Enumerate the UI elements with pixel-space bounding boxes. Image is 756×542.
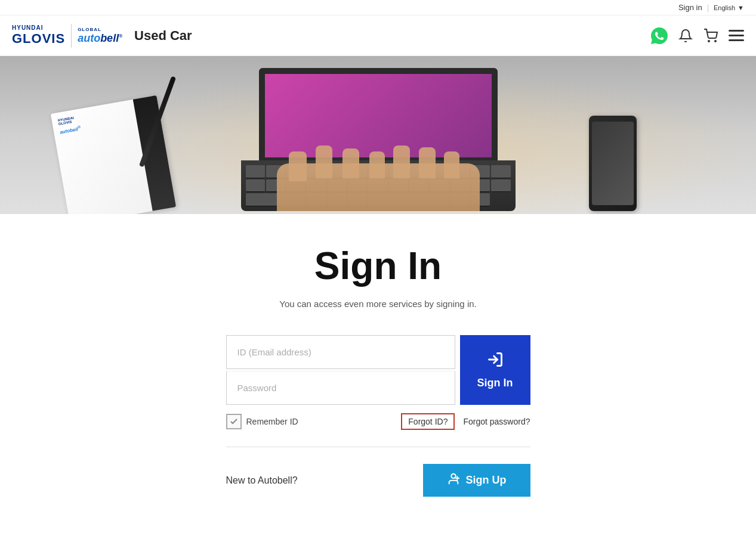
- logo-autobell-text: autobell®: [78, 32, 122, 45]
- new-to-label: New to Autobell?: [226, 475, 298, 486]
- logo-global-text: Global: [78, 27, 101, 32]
- logo-hyundai-text: HYUNDAI: [12, 25, 44, 31]
- hero-banner: HYUNDAIGLOVIS autobell®: [0, 56, 756, 214]
- signin-title: Sign In: [314, 244, 442, 288]
- language-arrow-icon: ▼: [738, 4, 744, 11]
- signin-subtitle: You can access even more services by sig…: [279, 299, 476, 309]
- logo[interactable]: HYUNDAI GLOVIS Global autobell®: [12, 24, 122, 48]
- main-nav: HYUNDAI GLOVIS Global autobell® Used Car: [0, 16, 756, 56]
- nav-right: [651, 27, 744, 44]
- id-input[interactable]: [226, 335, 455, 369]
- logo-reg: ®: [119, 33, 122, 39]
- language-label: English: [714, 4, 735, 11]
- signup-button-label: Sign Up: [466, 474, 507, 487]
- signup-icon: [447, 472, 460, 488]
- hamburger-line-1: [729, 30, 744, 32]
- logo-autobell: Global autobell®: [78, 27, 122, 45]
- forgot-id-link[interactable]: Forgot ID?: [401, 413, 455, 430]
- hamburger-line-3: [729, 39, 744, 41]
- form-inputs: [226, 335, 455, 405]
- form-divider: [226, 447, 530, 447]
- language-selector[interactable]: English ▼: [714, 4, 744, 11]
- hamburger-line-2: [729, 35, 744, 36]
- forgot-password-link[interactable]: Forgot password?: [463, 417, 530, 426]
- cart-icon[interactable]: [703, 29, 718, 43]
- signin-section: Sign In You can access even more service…: [0, 214, 756, 532]
- svg-point-1: [715, 41, 716, 42]
- forgot-row: Forgot ID? Forgot password?: [401, 413, 530, 430]
- signin-form-wrapper: Sign In: [226, 335, 530, 405]
- hamburger-menu[interactable]: [729, 30, 744, 41]
- bell-icon[interactable]: [678, 29, 693, 43]
- svg-point-3: [451, 474, 455, 478]
- signin-arrow-icon: [487, 351, 504, 372]
- signin-button-label: Sign In: [477, 377, 513, 389]
- password-input[interactable]: [226, 371, 455, 405]
- signup-button[interactable]: Sign Up: [423, 464, 530, 497]
- signup-row: New to Autobell? Sign Up: [226, 464, 530, 497]
- hero-laptop-visual: [229, 68, 527, 211]
- top-bar: Sign in | English ▼: [0, 0, 756, 16]
- signin-link[interactable]: Sign in: [678, 3, 702, 12]
- logo-divider: [71, 24, 72, 48]
- logo-glovis-text: GLOVIS: [12, 31, 65, 47]
- svg-point-0: [708, 41, 709, 42]
- nav-left: HYUNDAI GLOVIS Global autobell® Used Car: [12, 24, 192, 48]
- options-row: Remember ID Forgot ID? Forgot password?: [226, 413, 530, 430]
- remember-id-checkbox[interactable]: [226, 414, 242, 429]
- remember-id-label: Remember ID: [246, 417, 298, 426]
- nav-title: Used Car: [134, 28, 192, 44]
- remember-row: Remember ID: [226, 414, 298, 429]
- topbar-divider: |: [707, 3, 709, 12]
- hero-notebook: HYUNDAIGLOVIS autobell®: [51, 95, 176, 214]
- signin-button[interactable]: Sign In: [460, 335, 530, 405]
- whatsapp-icon[interactable]: [651, 27, 668, 44]
- hero-phone: [589, 116, 637, 211]
